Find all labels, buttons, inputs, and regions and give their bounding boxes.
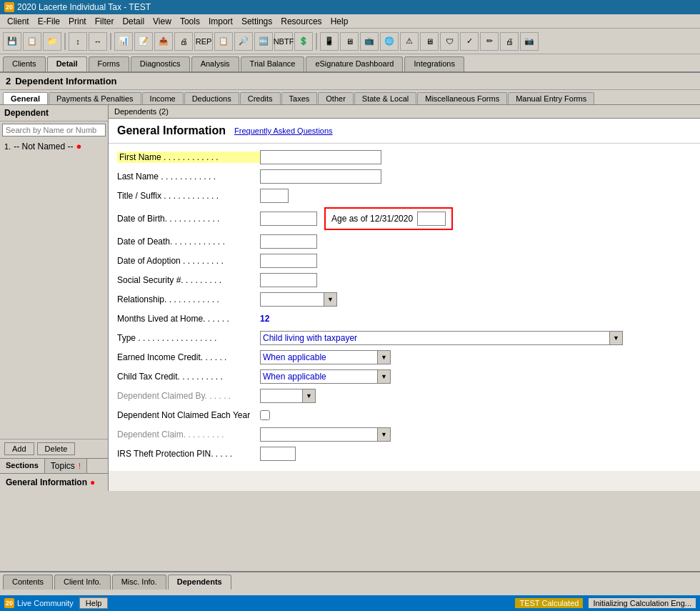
last-name-input[interactable] (260, 169, 381, 184)
menu-efile[interactable]: E-File (34, 15, 64, 28)
subtab-state-local[interactable]: State & Local (354, 92, 416, 104)
search-box (0, 121, 108, 139)
toolbar-btn-23[interactable]: ✓ (460, 32, 479, 51)
subtab-misc-forms[interactable]: Miscellaneous Forms (417, 92, 507, 104)
toolbar-btn-11[interactable]: 📋 (214, 32, 233, 51)
subtab-taxes[interactable]: Taxes (281, 92, 318, 104)
tab-trial-balance[interactable]: Trial Balance (241, 56, 305, 71)
subtab-income[interactable]: Income (142, 92, 184, 104)
relationship-arrow[interactable]: ▼ (324, 292, 337, 307)
subtab-credits[interactable]: Credits (240, 92, 281, 104)
toolbar-btn-13[interactable]: 🔤 (254, 32, 273, 51)
toolbar-btn-8[interactable]: 📤 (154, 32, 173, 51)
delete-button[interactable]: Delete (37, 442, 76, 455)
bottom-tab-misc-info[interactable]: Misc. Info. (112, 575, 166, 590)
toolbar-btn-9[interactable]: 🖨 (174, 32, 193, 51)
subtab-payments-penalties[interactable]: Payments & Penalties (49, 92, 141, 104)
dependent-item-1[interactable]: 1. -- Not Named -- ● (0, 139, 108, 154)
ctc-input[interactable] (260, 369, 378, 384)
toolbar-btn-6[interactable]: 📊 (114, 32, 133, 51)
dep-claim-arrow[interactable]: ▼ (378, 427, 391, 442)
faq-link[interactable]: Frequently Asked Questions (234, 126, 333, 135)
title-suffix-input[interactable] (260, 189, 289, 203)
toolbar-btn-17[interactable]: 🖥 (340, 32, 359, 51)
sections-tab[interactable]: Sections (0, 459, 45, 473)
tab-integrations[interactable]: Integrations (404, 56, 464, 71)
eic-arrow[interactable]: ▼ (378, 350, 391, 364)
toolbar-btn-12[interactable]: 🔎 (234, 32, 253, 51)
menu-resources[interactable]: Resources (276, 15, 326, 28)
toolbar-btn-15[interactable]: 💲 (294, 32, 313, 51)
age-input[interactable] (417, 212, 446, 226)
toolbar-btn-5[interactable]: ↔ (89, 32, 107, 51)
bottom-tabs: Contents Client Info. Misc. Info. Depend… (0, 571, 700, 590)
dependent-label: Dependent (0, 105, 108, 121)
toolbar-btn-21[interactable]: 🖥 (420, 32, 439, 51)
dep-claim-input[interactable] (260, 427, 378, 442)
menu-help[interactable]: Help (326, 15, 353, 28)
bottom-tab-contents[interactable]: Contents (3, 575, 53, 590)
eic-input[interactable] (260, 350, 378, 364)
bottom-tab-dependents[interactable]: Dependents (168, 575, 231, 590)
ssn-input[interactable] (260, 273, 317, 287)
subtab-general[interactable]: General (3, 92, 48, 104)
menu-view[interactable]: View (149, 15, 176, 28)
toolbar-btn-16[interactable]: 📱 (320, 32, 339, 51)
subtab-other[interactable]: Other (318, 92, 354, 104)
toolbar-btn-2[interactable]: 📋 (23, 32, 41, 51)
first-name-input[interactable] (260, 150, 381, 164)
tab-forms[interactable]: Forms (89, 56, 129, 71)
irs-theft-input[interactable] (260, 447, 296, 461)
sections-topics-row: Sections Topics ! (0, 459, 108, 474)
toolbar-btn-25[interactable]: 🖨 (500, 32, 519, 51)
menu-client[interactable]: Client (3, 15, 34, 28)
section-general-info[interactable]: General Information ● (0, 475, 108, 490)
toolbar-btn-14[interactable]: NBTF (274, 32, 293, 51)
dep-claimed-arrow[interactable]: ▼ (303, 389, 316, 403)
toolbar-btn-10[interactable]: REP (194, 32, 213, 51)
dep-claimed-input[interactable] (260, 389, 303, 403)
type-label: Type . . . . . . . . . . . . . . . . . (117, 333, 260, 343)
bottom-tab-client-info[interactable]: Client Info. (54, 575, 111, 590)
subtab-manual-entry[interactable]: Manual Entry Forms (508, 92, 594, 104)
tab-analysis[interactable]: Analysis (191, 56, 239, 71)
subtab-deductions[interactable]: Deductions (184, 92, 239, 104)
toolbar-btn-22[interactable]: 🛡 (440, 32, 459, 51)
tab-clients[interactable]: Clients (3, 56, 46, 71)
left-bottom-tabs: Sections Topics ! General Information ● (0, 458, 108, 491)
toolbar-btn-4[interactable]: ↕ (69, 32, 87, 51)
menu-import[interactable]: Import (204, 15, 237, 28)
ctc-arrow[interactable]: ▼ (378, 369, 391, 384)
menu-tools[interactable]: Tools (176, 15, 204, 28)
type-arrow[interactable]: ▼ (610, 331, 623, 345)
dod-input[interactable] (260, 234, 317, 249)
help-button[interactable]: Help (79, 597, 109, 609)
tab-esignature[interactable]: eSignature Dashboard (306, 56, 403, 71)
toolbar-btn-7[interactable]: 📝 (134, 32, 153, 51)
doa-input[interactable] (260, 254, 317, 268)
add-button[interactable]: Add (4, 442, 34, 455)
dob-input[interactable] (260, 212, 317, 226)
relationship-input[interactable] (260, 292, 324, 307)
toolbar-btn-24[interactable]: ✏ (480, 32, 499, 51)
topics-label: Topics (51, 461, 75, 471)
tab-diagnostics[interactable]: Diagnostics (131, 56, 190, 71)
dod-row: Date of Death. . . . . . . . . . . . (117, 234, 691, 249)
dep-not-claimed-checkbox[interactable] (260, 410, 270, 420)
toolbar-btn-26[interactable]: 📷 (520, 32, 539, 51)
live-community-button[interactable]: Live Community (17, 599, 74, 607)
tab-detail[interactable]: Detail (47, 56, 87, 71)
toolbar-btn-1[interactable]: 💾 (3, 32, 21, 51)
toolbar-btn-18[interactable]: 📺 (360, 32, 379, 51)
toolbar-btn-19[interactable]: 🌐 (380, 32, 399, 51)
topics-tab[interactable]: Topics ! (45, 459, 87, 473)
toolbar-btn-20[interactable]: ⚠ (400, 32, 419, 51)
toolbar-btn-3[interactable]: 📁 (43, 32, 61, 51)
menu-detail[interactable]: Detail (118, 15, 149, 28)
menu-filter[interactable]: Filter (91, 15, 119, 28)
type-input[interactable] (260, 331, 610, 345)
menu-settings[interactable]: Settings (237, 15, 276, 28)
menu-print[interactable]: Print (64, 15, 91, 28)
search-input[interactable] (2, 124, 106, 136)
toolbar-sep-1 (64, 33, 66, 50)
